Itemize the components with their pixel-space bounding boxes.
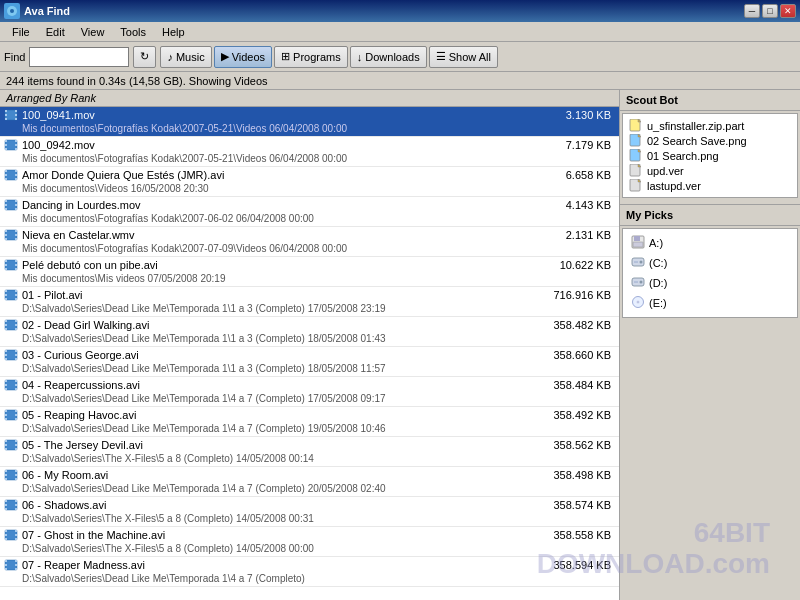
file-size: 358.562 KB	[554, 439, 616, 451]
scout-file-name: lastupd.ver	[647, 180, 701, 192]
file-path-date: D:\Salvado\Series\Dead Like Me\Temporada…	[0, 303, 619, 316]
svg-rect-5	[5, 118, 7, 120]
svg-rect-95	[5, 504, 7, 506]
file-size: 358.660 KB	[554, 349, 616, 361]
list-item[interactable]: lastupd.ver	[627, 178, 793, 193]
table-row[interactable]: 07 - Reaper Madness.avi358.594 KBD:\Salv…	[0, 557, 619, 587]
svg-rect-67	[5, 384, 7, 386]
file-icon	[629, 149, 643, 162]
file-path-date: Mis documentos\Videos 16/05/2008 20:30	[0, 183, 619, 196]
menu-file[interactable]: File	[4, 24, 38, 40]
svg-rect-46	[5, 294, 7, 296]
svg-point-135	[638, 302, 639, 303]
svg-rect-106	[15, 538, 17, 540]
list-item[interactable]: (E:)	[627, 293, 793, 313]
svg-rect-76	[15, 410, 17, 412]
table-row[interactable]: Dancing in Lourdes.mov4.143 KBMis docume…	[0, 197, 619, 227]
table-row[interactable]: 100_0941.mov3.130 KBMis documentos\Fotog…	[0, 107, 619, 137]
video-file-icon	[4, 528, 18, 542]
table-row[interactable]: Pelé debutó con un pibe.avi10.622 KBMis …	[0, 257, 619, 287]
right-panel: Scout Bot u_sfinstaller.zip.part 02 Sear…	[620, 90, 800, 600]
downloads-icon: ↓	[357, 51, 363, 63]
table-row[interactable]: 06 - My Room.avi358.498 KBD:\Salvado\Ser…	[0, 467, 619, 497]
svg-rect-74	[5, 414, 7, 416]
svg-rect-88	[5, 474, 7, 476]
svg-rect-22	[15, 178, 17, 180]
table-row[interactable]: Nieva en Castelar.wmv2.131 KBMis documen…	[0, 227, 619, 257]
table-row[interactable]: 01 - Pilot.avi716.916 KBD:\Salvado\Serie…	[0, 287, 619, 317]
svg-rect-96	[5, 508, 7, 510]
svg-rect-42	[15, 264, 17, 266]
file-path: D:\Salvado\Series\The X-Files\5 a 8 (Com…	[22, 513, 233, 524]
file-icon	[629, 134, 643, 147]
svg-rect-71	[15, 388, 17, 390]
table-row[interactable]: Amor Donde Quiera Que Estés (JMR).avi6.6…	[0, 167, 619, 197]
svg-rect-90	[15, 470, 17, 472]
music-button[interactable]: ♪ Music	[160, 46, 211, 68]
file-size: 3.130 KB	[566, 109, 615, 121]
drive-label: (E:)	[649, 297, 667, 309]
file-date: 18/05/2008 11:57	[305, 363, 390, 374]
svg-point-1	[10, 9, 14, 13]
svg-rect-89	[5, 478, 7, 480]
svg-rect-85	[15, 448, 17, 450]
svg-rect-18	[5, 174, 7, 176]
downloads-button[interactable]: ↓ Downloads	[350, 46, 427, 68]
file-size: 4.143 KB	[566, 199, 615, 211]
file-name: 07 - Ghost in the Machine.avi	[22, 529, 550, 541]
table-row[interactable]: 06 - Shadows.avi358.574 KBD:\Salvado\Ser…	[0, 497, 619, 527]
file-size: 716.916 KB	[554, 289, 616, 301]
svg-rect-15	[15, 148, 17, 150]
list-item[interactable]: 01 Search.png	[627, 148, 793, 163]
table-row[interactable]: 05 - The Jersey Devil.avi358.562 KBD:\Sa…	[0, 437, 619, 467]
file-size: 2.131 KB	[566, 229, 615, 241]
videos-button[interactable]: ▶ Videos	[214, 46, 272, 68]
video-file-icon	[4, 348, 18, 362]
file-date: 14/05/2008 00:31	[233, 513, 318, 524]
file-size: 358.498 KB	[554, 469, 616, 481]
svg-rect-27	[15, 200, 17, 202]
table-row[interactable]: 07 - Ghost in the Machine.avi358.558 KBD…	[0, 527, 619, 557]
list-item[interactable]: u_sfinstaller.zip.part	[627, 118, 793, 133]
table-row[interactable]: 03 - Curious George.avi358.660 KBD:\Salv…	[0, 347, 619, 377]
table-row[interactable]: 02 - Dead Girl Walking.avi358.482 KBD:\S…	[0, 317, 619, 347]
maximize-button[interactable]: □	[762, 4, 778, 18]
menu-tools[interactable]: Tools	[112, 24, 154, 40]
search-input[interactable]	[29, 47, 129, 67]
file-date: 06/04/2008 00:00	[266, 123, 351, 134]
table-row[interactable]: 04 - Reapercussions.avi358.484 KBD:\Salv…	[0, 377, 619, 407]
svg-rect-111	[15, 560, 17, 562]
find-label: Find	[4, 51, 25, 63]
table-row[interactable]: 100_0942.mov7.179 KBMis documentos\Fotog…	[0, 137, 619, 167]
file-size: 358.484 KB	[554, 379, 616, 391]
menu-view[interactable]: View	[73, 24, 113, 40]
file-icon	[629, 164, 643, 177]
programs-button[interactable]: ⊞ Programs	[274, 46, 348, 68]
table-row[interactable]: 05 - Reaping Havoc.avi358.492 KBD:\Salva…	[0, 407, 619, 437]
svg-rect-26	[5, 208, 7, 210]
menu-edit[interactable]: Edit	[38, 24, 73, 40]
file-date: 18/05/2008 01:43	[305, 333, 390, 344]
refresh-button[interactable]: ↻	[133, 46, 156, 68]
file-size: 358.482 KB	[554, 319, 616, 331]
list-item[interactable]: 02 Search Save.png	[627, 133, 793, 148]
file-name: 05 - Reaping Havoc.avi	[22, 409, 550, 421]
svg-rect-14	[15, 144, 17, 146]
scout-bot-content: u_sfinstaller.zip.part 02 Search Save.pn…	[622, 113, 798, 198]
file-path: D:\Salvado\Series\Dead Like Me\Temporada…	[22, 483, 305, 494]
close-button[interactable]: ✕	[780, 4, 796, 18]
svg-rect-8	[15, 118, 17, 120]
list-item[interactable]: (D:)	[627, 273, 793, 293]
menu-help[interactable]: Help	[154, 24, 193, 40]
svg-rect-48	[15, 290, 17, 292]
svg-rect-103	[5, 538, 7, 540]
file-list[interactable]: 100_0941.mov3.130 KBMis documentos\Fotog…	[0, 107, 619, 600]
list-item[interactable]: upd.ver	[627, 163, 793, 178]
list-item[interactable]: (C:)	[627, 253, 793, 273]
svg-rect-84	[15, 444, 17, 446]
file-name: 06 - Shadows.avi	[22, 499, 550, 511]
file-path: Mis documentos\Videos	[22, 183, 128, 194]
show-all-button[interactable]: ☰ Show All	[429, 46, 498, 68]
minimize-button[interactable]: ─	[744, 4, 760, 18]
list-item[interactable]: A:)	[627, 233, 793, 253]
